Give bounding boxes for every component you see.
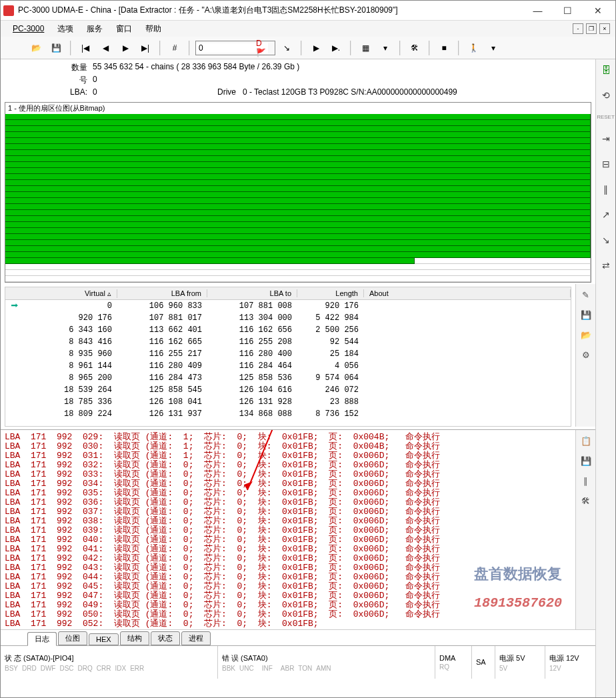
side-tool1-icon[interactable]: ⇥ [599, 132, 613, 145]
toolbar-dropdown2-icon[interactable]: ▾ [485, 39, 502, 57]
table-row[interactable]: 6 343 160113 662 401116 162 6562 500 256 [5, 324, 571, 336]
log-pause-icon[interactable]: ∥ [579, 474, 593, 487]
db-refresh-icon[interactable]: 🗄 [599, 63, 613, 77]
side-tool2-icon[interactable]: ⊟ [599, 157, 613, 171]
bitmap-row[interactable] [5, 216, 591, 222]
toolbar-gridview-icon[interactable]: ▦ [357, 39, 374, 57]
tab-bitmap[interactable]: 位图 [58, 631, 87, 645]
bitmap-row[interactable] [5, 258, 591, 264]
table-row[interactable]: 18 785 336126 108 041126 131 92823 888 [5, 396, 571, 408]
bitmap-row[interactable] [5, 204, 591, 210]
toolbar-first-icon[interactable]: |◀ [77, 39, 94, 57]
col-lbato[interactable]: LBA to [207, 289, 297, 297]
log-pane[interactable]: LBA 171 992 029: 读取页 (通道: 1; 芯片: 0; 块: 0… [1, 430, 575, 629]
menu-pc3000[interactable]: PC-3000 [6, 23, 51, 35]
bitmap-row[interactable] [5, 246, 591, 252]
bitmap-row[interactable] [5, 180, 591, 186]
table-row[interactable]: 8 965 200116 284 473125 858 5369 574 064 [5, 372, 571, 384]
toolbar-dropdown-icon[interactable]: ▾ [377, 39, 394, 57]
side-pause-icon[interactable]: ∥ [599, 183, 613, 196]
address-field[interactable] [196, 43, 256, 53]
menu-help[interactable]: 帮助 [139, 22, 168, 36]
log-copy-icon[interactable]: 📋 [579, 434, 593, 447]
toolbar-stop-icon[interactable]: ■ [435, 39, 453, 57]
toolbar-playalt-icon[interactable]: ▶. [327, 39, 345, 57]
bitmap-row[interactable] [5, 168, 591, 174]
maximize-button[interactable]: ☐ [553, 1, 583, 20]
bitmap-row[interactable] [5, 264, 591, 270]
table-row[interactable]: 8 843 416116 162 665116 255 20892 544 [5, 336, 571, 348]
tab-struct[interactable]: 结构 [120, 631, 149, 645]
new-doc-icon[interactable]: ✎ [579, 288, 593, 301]
bitmap-row[interactable] [5, 276, 591, 282]
child-restore-icon[interactable]: ❐ [586, 23, 597, 34]
tab-log[interactable]: 日志 [27, 632, 57, 646]
child-minimize-icon[interactable]: - [573, 23, 583, 34]
log-tool-icon[interactable]: 🛠 [579, 494, 593, 507]
menu-window[interactable]: 窗口 [109, 22, 139, 36]
menu-service[interactable]: 服务 [80, 22, 109, 36]
bitmap-panel[interactable]: 1 - 使用的扇区位图(从Bitmap) [5, 102, 591, 283]
tab-hex[interactable]: HEX [89, 633, 119, 645]
log-save-icon[interactable]: 💾 [579, 454, 593, 467]
bitmap-row[interactable] [5, 186, 591, 192]
config-icon[interactable]: ⚙ [579, 348, 593, 361]
bitmap-row[interactable] [5, 120, 591, 126]
child-close-icon[interactable]: × [599, 23, 610, 34]
bitmap-row[interactable] [5, 198, 591, 204]
toolbar-save-icon[interactable]: 💾 [47, 39, 65, 57]
bitmap-row[interactable] [5, 156, 591, 162]
bitmap-grid[interactable] [5, 114, 591, 282]
open-folder-icon[interactable]: 📂 [579, 328, 593, 341]
side-connect-icon[interactable]: ⇄ [599, 259, 613, 272]
side-share-icon[interactable]: ↗ [599, 208, 613, 221]
toolbar-next-icon[interactable]: ▶ [117, 39, 134, 57]
toolbar-play-icon[interactable]: ▶ [307, 39, 325, 57]
bitmap-row[interactable] [5, 114, 591, 120]
toolbar-grid-icon[interactable]: # [166, 39, 183, 57]
table-row[interactable]: 8 935 960116 255 217116 280 40025 184 [5, 348, 571, 360]
table-row[interactable]: 18 809 224126 131 937134 868 0888 736 15… [5, 408, 571, 420]
col-lbafrom[interactable]: LBA from [117, 289, 207, 297]
bitmap-row[interactable] [5, 126, 591, 132]
flag-icon[interactable]: D🚩 [256, 42, 268, 54]
tab-process[interactable]: 进程 [181, 631, 211, 645]
toolbar-exit-icon[interactable]: 🚶 [465, 39, 482, 57]
bitmap-row[interactable] [5, 132, 591, 138]
minimize-button[interactable]: ― [523, 1, 553, 20]
bitmap-row[interactable] [5, 228, 591, 234]
bitmap-row[interactable] [5, 162, 591, 168]
bitmap-row[interactable] [5, 210, 591, 216]
reset-icon[interactable]: ⟲ [599, 89, 613, 102]
table-header[interactable]: Virtual ▵ LBA from LBA to Length About [5, 287, 571, 300]
bitmap-row[interactable] [5, 240, 591, 246]
table-row[interactable]: 18 539 264125 858 545126 104 616246 072 [5, 384, 571, 396]
col-about[interactable]: About [364, 289, 571, 297]
save-disk-icon[interactable]: 💾 [579, 308, 593, 321]
tab-status[interactable]: 状态 [151, 631, 180, 645]
extent-table[interactable]: ⮕0106 960 833107 881 008920 176920 17610… [5, 300, 571, 427]
bitmap-row[interactable] [5, 234, 591, 240]
bitmap-row[interactable] [5, 150, 591, 156]
toolbar-address-input[interactable]: D🚩 [195, 41, 275, 55]
toolbar-tools-icon[interactable]: 🛠 [406, 39, 423, 57]
menu-options[interactable]: 选项 [51, 22, 80, 36]
toolbar-prev-icon[interactable]: ◀ [97, 39, 114, 57]
bitmap-row[interactable] [5, 270, 591, 276]
bitmap-row[interactable] [5, 144, 591, 150]
toolbar-open-icon[interactable]: 📂 [27, 39, 45, 57]
table-row[interactable]: 920 176107 881 017113 304 0005 422 984 [5, 312, 571, 324]
close-button[interactable]: ✕ [583, 1, 613, 20]
bitmap-row[interactable] [5, 138, 591, 144]
bitmap-row[interactable] [5, 192, 591, 198]
col-length[interactable]: Length [297, 289, 364, 297]
toolbar-go-icon[interactable]: ↘ [278, 39, 295, 57]
table-row[interactable]: 8 961 144116 280 409116 284 4644 056 [5, 360, 571, 372]
col-virtual[interactable]: Virtual ▵ [17, 289, 117, 298]
toolbar-last-icon[interactable]: ▶| [137, 39, 154, 57]
bitmap-row[interactable] [5, 222, 591, 228]
table-row[interactable]: ⮕0106 960 833107 881 008920 176 [5, 300, 571, 312]
bitmap-row[interactable] [5, 174, 591, 180]
bitmap-row[interactable] [5, 252, 591, 258]
side-arrow-icon[interactable]: ↘ [599, 233, 613, 247]
